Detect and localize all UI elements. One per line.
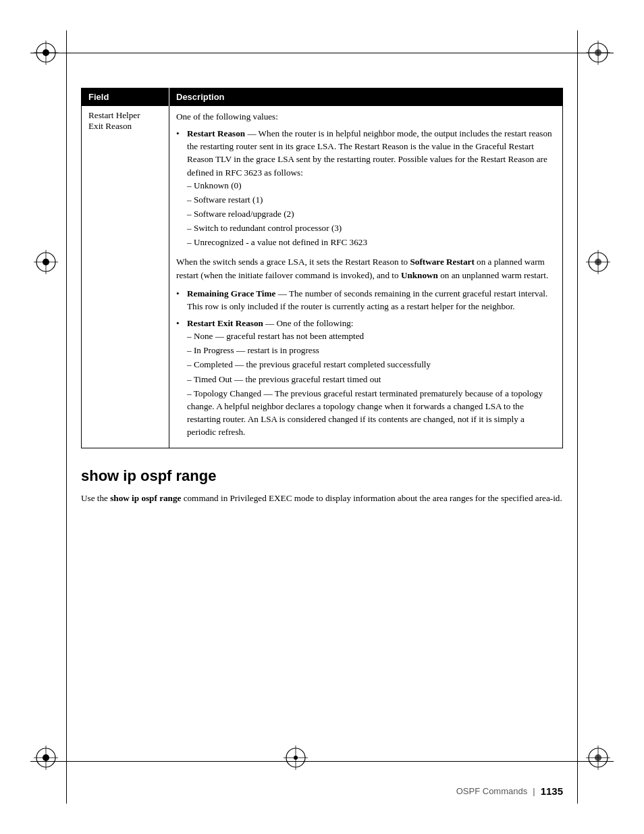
col-header-field: Field [82, 88, 169, 106]
reg-mark-br [586, 746, 610, 770]
dash-item-1-5: – Unrecognized - a value not defined in … [187, 236, 556, 249]
bullet-1-text: Restart Reason — When the router is in h… [187, 127, 556, 250]
footer-section-label: OSPF Commands [456, 786, 527, 796]
col-header-description: Description [169, 88, 563, 106]
reg-mark-bml [284, 746, 308, 770]
field-cell: Restart HelperExit Reason [82, 106, 169, 448]
desc-content: One of the following values: • Restart R… [176, 110, 556, 440]
bullet-1: • Restart Reason — When the router is in… [176, 127, 556, 250]
reg-mark-ml [34, 250, 58, 274]
trim-line-top [30, 53, 614, 53]
bullet-symbol-1: • [176, 127, 187, 250]
trim-line-left [66, 30, 67, 804]
table-header-row: Field Description [82, 88, 563, 106]
dash-item-1-3: – Software reload/upgrade (2) [187, 207, 556, 220]
footer-page-number: 1135 [541, 785, 563, 797]
dash-item-2-5: – Topology Changed — The previous gracef… [187, 387, 556, 439]
dash-item-1-2: – Software restart (1) [187, 193, 556, 206]
description-cell: One of the following values: • Restart R… [169, 106, 563, 448]
content-area: Field Description Restart HelperExit Rea… [81, 88, 563, 512]
page-footer: OSPF Commands | 1135 [81, 785, 563, 797]
note-bold-1: Software Restart [410, 257, 474, 267]
bullet-2: • Remaining Grace Time — The number of s… [176, 287, 556, 313]
reg-mark-mr [586, 250, 610, 274]
dash-item-1-4: – Switch to redundant control processor … [187, 221, 556, 234]
bullet-2-label: Remaining Grace Time [187, 288, 275, 298]
bullet-3-intro: — One of the following: [265, 318, 353, 328]
dash-item-2-4: – Timed Out — the previous graceful rest… [187, 373, 556, 386]
dash-item-2-1: – None — graceful restart has not been a… [187, 330, 556, 342]
dash-list-2: – None — graceful restart has not been a… [187, 330, 556, 438]
main-table: Field Description Restart HelperExit Rea… [81, 88, 563, 448]
bullet-2-text: Remaining Grace Time — The number of sec… [187, 287, 556, 313]
dash-item-1-1: – Unknown (0) [187, 179, 556, 192]
page: Field Description Restart HelperExit Rea… [0, 0, 644, 834]
section-intro-bold: show ip ospf range [110, 493, 181, 503]
dash-item-2-3: – Completed — the previous graceful rest… [187, 358, 556, 371]
bullet-3: • Restart Exit Reason — One of the follo… [176, 317, 556, 440]
reg-mark-tr [586, 41, 610, 65]
note-bold-2: Unknown [401, 270, 438, 280]
intro-text: One of the following values: [176, 110, 556, 123]
bullet-3-label: Restart Exit Reason [187, 318, 263, 328]
footer-pipe: | [533, 786, 535, 796]
footer-text: OSPF Commands | 1135 [456, 785, 563, 797]
dash-list-1: – Unknown (0) – Software restart (1) – S… [187, 179, 556, 249]
bullet-symbol-2: • [176, 287, 187, 313]
trim-line-right [577, 30, 578, 804]
trim-line-bottom [30, 761, 614, 762]
section-heading: show ip ospf range [81, 467, 563, 485]
bullet-3-text: Restart Exit Reason — One of the followi… [187, 317, 556, 440]
bullet-1-label: Restart Reason [187, 128, 245, 138]
note-paragraph: When the switch sends a grace LSA, it se… [176, 255, 556, 281]
section-intro: Use the show ip ospf range command in Pr… [81, 492, 563, 505]
table-row: Restart HelperExit Reason One of the fol… [82, 106, 563, 448]
reg-mark-bl [34, 746, 58, 770]
bullet-symbol-3: • [176, 317, 187, 440]
dash-item-2-2: – In Progress — restart is in progress [187, 344, 556, 357]
reg-mark-tl [34, 41, 58, 65]
